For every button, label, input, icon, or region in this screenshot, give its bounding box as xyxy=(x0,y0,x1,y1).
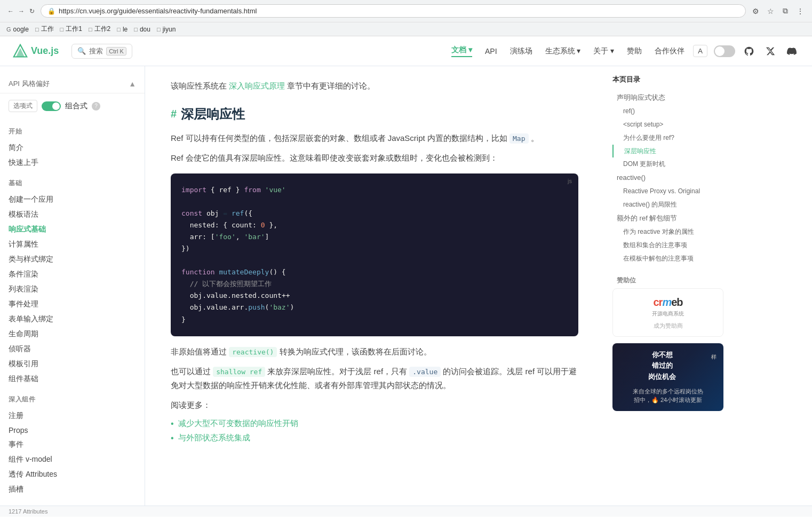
theme-toggle-knob xyxy=(715,46,725,56)
vue-header: Vue.js 🔍 搜索 Ctrl K 文档 ▾ API 演练场 生态系统 ▾ 关… xyxy=(0,36,812,66)
bookmark-label: 工作1 xyxy=(66,25,82,34)
link-immutable[interactable]: 减少大型不可变数据的响应性开销 xyxy=(178,419,298,429)
toc-item-proxy-vs-original[interactable]: Reactive Proxy vs. Original xyxy=(612,185,723,198)
toc-item-reactive[interactable]: reactive() xyxy=(612,171,723,185)
bullet-dot-1: • xyxy=(171,419,174,429)
sponsor-title: 赞助位 xyxy=(617,276,719,285)
api-toggle[interactable] xyxy=(42,101,61,111)
github-icon[interactable] xyxy=(742,44,757,59)
section-anchor[interactable]: # xyxy=(171,108,177,120)
code-pre: import { ref } from 'vue' const obj = re… xyxy=(181,184,568,326)
sidebar-item-quickstart[interactable]: 快速上手 xyxy=(0,155,145,170)
sidebar-item-template-refs[interactable]: 模板引用 xyxy=(0,357,145,372)
bookmark-label: jiyun xyxy=(163,26,176,33)
sidebar-item-create-app[interactable]: 创建一个应用 xyxy=(0,192,145,207)
sidebar-item-reactivity[interactable]: 响应式基础 xyxy=(0,222,145,237)
toc-item-as-reactive-prop[interactable]: 作为 reactive 对象的属性 xyxy=(612,225,723,239)
bookmark-icon[interactable]: ☆ xyxy=(765,6,776,17)
sidebar-item-props[interactable]: Props xyxy=(0,423,145,437)
sidebar-item-watchers[interactable]: 侦听器 xyxy=(0,342,145,357)
menu-icon[interactable]: ⋮ xyxy=(795,6,806,17)
search-box[interactable]: 🔍 搜索 Ctrl K xyxy=(71,44,132,59)
sidebar-item-fallthrough[interactable]: 透传 Attributes xyxy=(0,467,145,482)
right-toc: 本页目录 声明响应式状态 ref() <script setup> 为什么要使用… xyxy=(604,66,732,506)
sponsor-banner-title: 你不想错过的岗位机会 xyxy=(619,350,705,383)
sidebar-item-lifecycle[interactable]: 生命周期 xyxy=(0,327,145,342)
browser-chrome: ← → ↻ 🔒 https://cn.vuejs.org/guide/essen… xyxy=(0,0,812,36)
bookmark-work2[interactable]: □ 工作2 xyxy=(89,25,110,34)
toc-item-deep-reactivity[interactable]: 深层响应性 xyxy=(612,145,723,158)
api-info-icon[interactable]: ? xyxy=(92,102,100,110)
theme-toggle[interactable] xyxy=(714,45,735,57)
p1-end: 。 xyxy=(531,133,539,143)
sidebar-item-forms[interactable]: 表单输入绑定 xyxy=(0,312,145,327)
toc-item-array-collection[interactable]: 数组和集合的注意事项 xyxy=(612,239,723,252)
nav-about[interactable]: 关于 ▾ xyxy=(593,46,614,56)
sidebar-item-list[interactable]: 列表渲染 xyxy=(0,282,145,297)
bookmark-jiyun[interactable]: □ jiyun xyxy=(157,26,176,33)
back-icon[interactable]: ← xyxy=(6,7,15,15)
sidebar: API 风格偏好 ▲ 选项式 组合式 ? 开始 简介 快速上手 基础 创建一个应… xyxy=(0,66,145,506)
bookmark-dou[interactable]: □ dou xyxy=(134,26,150,33)
sidebar-item-class-style[interactable]: 类与样式绑定 xyxy=(0,252,145,267)
sidebar-item-vmodel[interactable]: 组件 v-model xyxy=(0,452,145,467)
nav-ecosystem[interactable]: 生态系统 ▾ xyxy=(545,46,581,56)
bookmark-favicon-google: G xyxy=(6,26,11,33)
toc-item-template-unwrap[interactable]: 在模板中解包的注意事项 xyxy=(612,252,723,265)
extensions-icon[interactable]: ⚙ xyxy=(750,6,761,17)
bookmark-google[interactable]: G oogle xyxy=(6,26,29,33)
nav-playground[interactable]: 演练场 xyxy=(510,46,532,56)
search-kbd: Ctrl K xyxy=(106,47,126,56)
tab-icon[interactable]: ⧉ xyxy=(780,6,791,17)
sidebar-item-template-syntax[interactable]: 模板语法 xyxy=(0,207,145,222)
vue-logo-svg xyxy=(13,44,28,59)
sidebar-group-components: 深入组件 xyxy=(9,395,136,404)
link-external-state[interactable]: 与外部状态系统集成 xyxy=(178,433,250,443)
discord-icon[interactable] xyxy=(784,44,799,59)
code-block-1: js import { ref } from 'vue' const obj =… xyxy=(171,173,578,336)
toc-item-reactive-limitations[interactable]: reactive() 的局限性 xyxy=(612,198,723,211)
sidebar-item-component-events[interactable]: 事件 xyxy=(0,437,145,452)
forward-icon[interactable]: → xyxy=(17,7,26,15)
nav-sponsor[interactable]: 赞助 xyxy=(627,46,642,56)
nav-docs[interactable]: 文档 ▾ xyxy=(451,45,472,57)
p2-text: Ref 会使它的值具有深层响应性。这意味着即使改变嵌套对象或数组时，变化也会被检… xyxy=(171,153,498,162)
collapse-icon[interactable]: ▲ xyxy=(129,80,136,88)
read-more-label: 阅读更多： xyxy=(171,398,578,412)
intro-paragraph: 该响应性系统在 深入响应式原理 章节中有更详细的讨论。 xyxy=(171,79,578,93)
address-bar[interactable]: 🔒 https://cn.vuejs.org/guide/essentials/… xyxy=(41,4,746,18)
toc-item-ref[interactable]: ref() xyxy=(612,105,723,118)
section-heading-deep-reactivity: # 深层响应性 xyxy=(171,106,578,123)
vue-logo[interactable]: Vue.js xyxy=(13,44,59,59)
paragraph-2: Ref 会使它的值具有深层响应性。这意味着即使改变嵌套对象或数组时，变化也会被检… xyxy=(171,151,578,165)
bookmark-folder-icon: □ xyxy=(35,26,39,33)
toc-item-dom-update[interactable]: DOM 更新时机 xyxy=(612,157,723,171)
bookmark-le[interactable]: □ le xyxy=(117,26,128,33)
toc-item-script-setup[interactable]: <script setup> xyxy=(612,118,723,131)
sidebar-item-component-basics[interactable]: 组件基础 xyxy=(0,372,145,386)
read-more-list: • 减少大型不可变数据的响应性开销 • 与外部状态系统集成 xyxy=(171,419,578,443)
article-body: 该响应性系统在 深入响应式原理 章节中有更详细的讨论。 # 深层响应性 Ref … xyxy=(171,66,578,481)
options-api-btn[interactable]: 选项式 xyxy=(9,100,37,112)
bookmark-work[interactable]: □ 工作 xyxy=(35,25,54,34)
sidebar-item-registration[interactable]: 注册 xyxy=(0,408,145,423)
api-pref-label: API 风格偏好 xyxy=(9,79,50,89)
sidebar-item-slots[interactable]: 插槽 xyxy=(0,482,145,497)
nav-partners[interactable]: 合作伙伴 xyxy=(655,46,684,56)
toc-item-why-ref[interactable]: 为什么要使用 ref? xyxy=(612,131,723,145)
translate-button[interactable]: A xyxy=(693,45,707,57)
twitter-icon[interactable] xyxy=(763,44,778,59)
sidebar-item-events[interactable]: 事件处理 xyxy=(0,297,145,312)
intro-link[interactable]: 深入响应式原理 xyxy=(229,81,285,90)
nav-api[interactable]: API xyxy=(485,47,497,56)
reload-icon[interactable]: ↻ xyxy=(28,7,36,15)
toc-item-reactive-state[interactable]: 声明响应式状态 xyxy=(612,91,723,105)
sidebar-item-conditional[interactable]: 条件渲染 xyxy=(0,267,145,282)
sidebar-item-intro[interactable]: 简介 xyxy=(0,140,145,155)
sponsor-ad-label[interactable]: 成为赞助商 xyxy=(619,322,717,330)
bookmark-work1[interactable]: □ 工作1 xyxy=(60,25,82,34)
shallow-ref-code: shallow ref xyxy=(213,367,265,377)
toc-item-ref-unwrap[interactable]: 额外的 ref 解包细节 xyxy=(612,211,723,225)
sidebar-item-computed[interactable]: 计算属性 xyxy=(0,237,145,252)
composition-api-label[interactable]: 组合式 xyxy=(65,101,87,111)
